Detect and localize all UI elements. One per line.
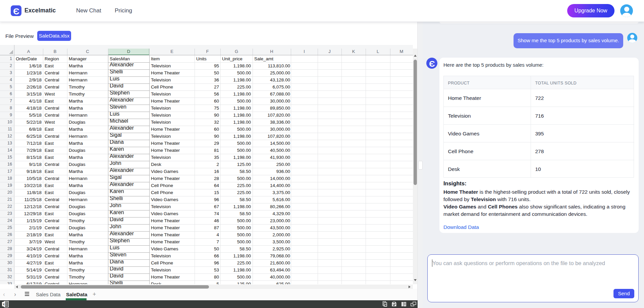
svg-text:Є: Є bbox=[13, 6, 19, 16]
svg-text:X: X bbox=[3, 303, 5, 306]
svg-text:Є: Є bbox=[429, 59, 435, 68]
